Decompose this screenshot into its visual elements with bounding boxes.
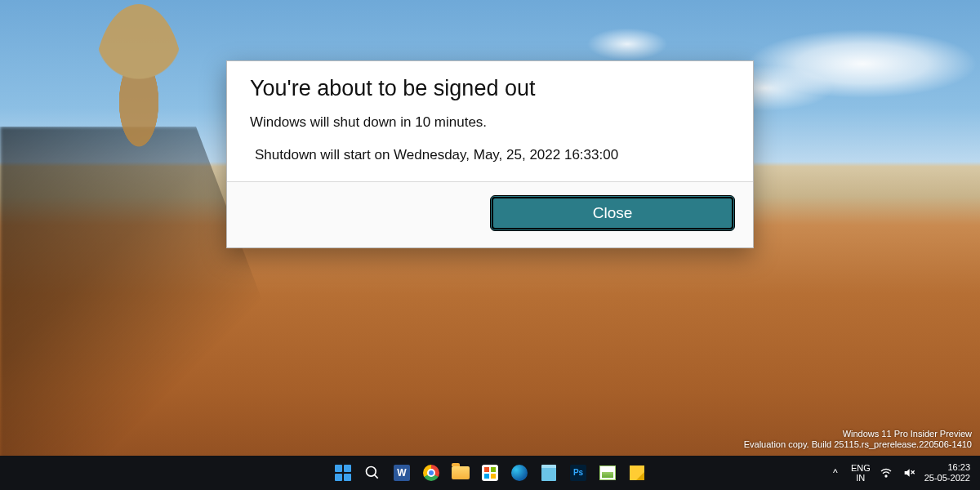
dialog-message-primary: Windows will shut down in 10 minutes. <box>250 114 730 131</box>
start-icon[interactable] <box>331 461 355 485</box>
dialog-footer: Close <box>227 181 753 247</box>
word-icon[interactable]: W <box>390 461 414 485</box>
taskbar-clock[interactable]: 16:23 25-05-2022 <box>924 462 975 483</box>
photo-viewer-icon[interactable] <box>595 461 620 485</box>
taskbar-center-icons: W Ps <box>331 461 649 485</box>
sticky-notes-icon[interactable] <box>625 461 649 485</box>
chrome-icon[interactable] <box>419 461 443 485</box>
notepad-icon[interactable] <box>537 461 561 485</box>
close-button[interactable]: Close <box>490 195 735 231</box>
volume-muted-icon[interactable] <box>902 466 916 480</box>
language-code-top: ENG <box>851 463 871 473</box>
language-switcher[interactable]: ENG IN <box>851 463 871 483</box>
taskbar: W Ps ^ ENG IN 16:23 25-05-2022 <box>0 456 980 490</box>
language-code-bottom: IN <box>851 473 871 483</box>
clock-time: 16:23 <box>924 462 970 473</box>
photoshop-icon[interactable]: Ps <box>566 461 590 485</box>
search-icon[interactable] <box>360 461 385 485</box>
microsoft-store-icon[interactable] <box>478 461 502 485</box>
clock-date: 25-05-2022 <box>924 473 970 483</box>
svg-point-0 <box>367 467 376 477</box>
svg-line-1 <box>375 475 378 479</box>
shutdown-dialog: You're about to be signed out Windows wi… <box>226 60 754 248</box>
wifi-icon[interactable] <box>879 466 893 480</box>
dialog-title: You're about to be signed out <box>250 76 730 101</box>
dialog-message-secondary: Shutdown will start on Wednesday, May, 2… <box>250 147 730 163</box>
svg-point-2 <box>885 475 887 477</box>
taskbar-system-tray: ^ ENG IN 16:23 25-05-2022 <box>828 456 975 490</box>
file-explorer-icon[interactable] <box>448 461 473 485</box>
tray-overflow-icon[interactable]: ^ <box>828 466 843 480</box>
edge-icon[interactable] <box>507 461 532 485</box>
